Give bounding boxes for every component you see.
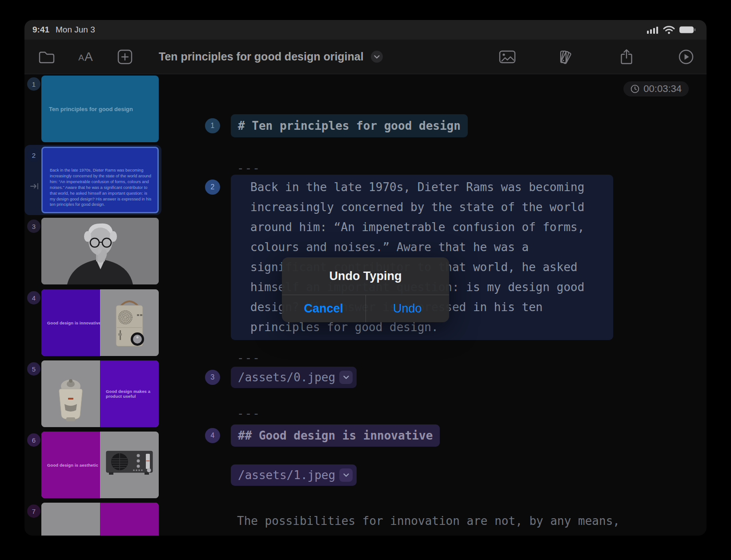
battery-icon [679, 26, 696, 33]
cellular-icon [647, 26, 659, 34]
text-format-button[interactable]: AA [77, 47, 95, 67]
slide-5-title: Good design makes a product useful [100, 389, 152, 399]
slide-number-badge-1: 1 [27, 77, 40, 91]
radio-product-photo [100, 289, 159, 356]
status-bar: 9:41 Mon Jun 3 [24, 20, 707, 40]
slide-number-badge-3: 3 [27, 220, 40, 233]
asset-1-expand-button[interactable] [339, 468, 353, 482]
markdown-divider[interactable]: --- [237, 161, 261, 175]
status-date: Mon Jun 3 [56, 25, 95, 35]
cancel-button[interactable]: Cancel [282, 295, 366, 322]
slide-thumbnail-3[interactable] [41, 218, 159, 284]
juicer-product-photo [41, 360, 100, 427]
markdown-divider[interactable]: --- [237, 351, 261, 364]
receiver-product-photo [100, 432, 159, 498]
indent-marker-icon [30, 183, 40, 190]
asset-1-pill[interactable]: /assets/1.jpeg [231, 464, 357, 486]
app-screen: 9:41 Mon Jun 3 AA Ten principles for goo… [24, 20, 707, 536]
slide-thumbnail-7[interactable] [41, 503, 159, 536]
dialog-title: Undo Typing [282, 257, 449, 295]
clock-icon [631, 84, 639, 93]
body-text-line[interactable]: The possibilities for innovation are not… [237, 514, 620, 528]
play-button[interactable] [677, 47, 695, 67]
slide-thumbnail-6[interactable]: Good design is aesthetic [41, 432, 159, 498]
slide-number-badge-2: 2 [27, 148, 40, 162]
slide-number-badge-5: 5 [27, 362, 40, 376]
slide-thumbnail-4[interactable]: Good design is innovative [41, 289, 159, 356]
chevron-down-icon [343, 473, 349, 477]
timer-value: 00:03:34 [643, 83, 682, 95]
dieter-rams-portrait-photo [41, 218, 159, 284]
slide-number-badge-7: 7 [27, 504, 40, 518]
chevron-down-icon [374, 55, 380, 59]
asset-1-path: /assets/1.jpeg [238, 468, 335, 482]
share-button[interactable] [618, 47, 635, 67]
toolbar: AA Ten principles for good design origin… [24, 40, 707, 74]
markdown-h2-block[interactable]: ## Good design is innovative [231, 424, 440, 447]
slide-thumbnail-2[interactable]: Back in the late 1970s, Dieter Rams was … [41, 147, 159, 213]
themes-button[interactable] [558, 47, 576, 67]
undo-typing-dialog: Undo Typing Cancel Undo [282, 257, 449, 322]
asset-0-path: /assets/0.jpeg [238, 371, 335, 384]
slide-6-title: Good design is aesthetic [41, 463, 98, 468]
slide-number-badge-6: 6 [27, 433, 40, 447]
asset-0-expand-button[interactable] [339, 371, 353, 384]
document-title-group[interactable]: Ten principles for good design original [159, 50, 383, 63]
asset-0-pill[interactable]: /assets/0.jpeg [231, 367, 357, 388]
editor-badge-1: 1 [205, 118, 220, 133]
slide-thumbnail-1[interactable]: Ten principles for good design [41, 76, 159, 142]
wifi-icon [663, 26, 675, 34]
slide-2-body: Back in the late 1970s, Dieter Rams was … [50, 168, 152, 208]
document-title[interactable]: Ten principles for good design original [159, 50, 364, 63]
library-button[interactable] [38, 47, 56, 67]
editor-badge-2: 2 [205, 180, 220, 195]
editor-badge-3: 3 [205, 370, 220, 385]
editor-badge-4: 4 [205, 428, 220, 443]
slide-1-title: Ten principles for good design [41, 106, 147, 112]
ipad-device-frame: 9:41 Mon Jun 3 AA Ten principles for goo… [0, 0, 731, 560]
title-menu-button[interactable] [371, 51, 383, 63]
chevron-down-icon [343, 376, 349, 379]
slide-4-title: Good design is innovative [41, 320, 101, 325]
add-button[interactable] [116, 47, 134, 67]
markdown-h1-block[interactable]: # Ten principles for good design [231, 114, 468, 137]
text-format-icon: AA [78, 50, 93, 64]
rehearsal-timer[interactable]: 00:03:34 [623, 81, 689, 96]
insert-image-button[interactable] [498, 47, 516, 67]
slide-number-badge-4: 4 [27, 291, 40, 304]
markdown-divider[interactable]: --- [237, 407, 261, 420]
slide-thumbnail-5[interactable]: Good design makes a product useful [41, 360, 159, 427]
status-time: 9:41 [32, 25, 49, 35]
undo-button[interactable]: Undo [366, 295, 450, 322]
